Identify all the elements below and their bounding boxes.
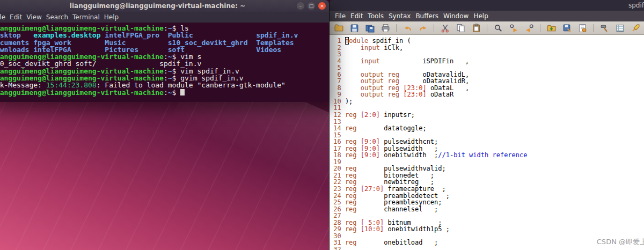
terminal-line: liangguimeng@liangguimeng-virtual-machin…: [0, 25, 329, 32]
make-icon[interactable]: [599, 23, 609, 33]
terminal-menu-terminal[interactable]: Terminal: [72, 13, 100, 21]
line-number: 12: [330, 112, 345, 119]
code-line[interactable]: 14reg datatoggle;: [330, 125, 644, 132]
gvim-menu-file[interactable]: File: [335, 12, 346, 20]
cut-icon[interactable]: [440, 23, 450, 33]
gvim-window: spdif FileEditToolsSyntaxBuffersWindowHe…: [329, 0, 644, 250]
undo-icon[interactable]: [402, 23, 412, 33]
toolbar-separator: [434, 24, 434, 32]
line-number: 5: [330, 64, 345, 71]
save-icon[interactable]: [349, 23, 359, 33]
terminal-menu-edit[interactable]: Edit: [10, 13, 22, 21]
print-icon[interactable]: [380, 23, 390, 33]
redo-icon[interactable]: [418, 23, 428, 33]
terminal-menu-help[interactable]: Help: [104, 13, 119, 21]
terminal-line: Downloads intelFPGA Pictures soft Videos: [0, 46, 329, 53]
toolbar-separator: [396, 24, 397, 32]
run-ctags-icon[interactable]: [615, 23, 625, 33]
line-number: 32: [330, 246, 345, 250]
terminal-menu-view[interactable]: View: [26, 13, 41, 21]
copy-icon[interactable]: [456, 23, 465, 33]
find-replace-icon[interactable]: [493, 23, 503, 33]
gvim-menu-help[interactable]: Help: [473, 12, 488, 20]
gvim-menu-syntax[interactable]: Syntax: [389, 12, 411, 20]
save-session-icon[interactable]: [562, 23, 572, 33]
terminal-titlebar[interactable]: liangguimeng@liangguimeng-virtual-machin…: [0, 0, 329, 12]
toolbar-separator: [593, 24, 594, 32]
terminal-menu-file[interactable]: File: [0, 13, 5, 21]
code-line[interactable]: 9 output reg [23:0] oDataR: [330, 91, 644, 98]
load-session-icon[interactable]: [546, 23, 556, 33]
terminal-line: liangguimeng@liangguimeng-virtual-machin…: [0, 53, 329, 60]
line-number: 25: [330, 199, 345, 206]
code-line[interactable]: 18reg [9:0] onebitwidth ;//1-bit width r…: [330, 152, 644, 159]
code-line[interactable]: 10);: [330, 98, 644, 105]
code-line[interactable]: 26reg channelsel ;: [330, 206, 644, 213]
gvim-menu-buffers[interactable]: Buffers: [415, 12, 438, 20]
gvim-toolbar: [330, 21, 644, 35]
code-line[interactable]: 12reg [2:0] inputsr;: [330, 112, 644, 119]
tag-jump-icon[interactable]: [631, 23, 640, 33]
paste-icon[interactable]: [471, 23, 481, 33]
code-line[interactable]: 32: [330, 246, 644, 250]
gvim-menu-window[interactable]: Window: [443, 12, 469, 20]
close-button[interactable]: ×: [318, 2, 326, 10]
terminal-line: Documents fpga_work Music s10_soc_devikt…: [0, 39, 329, 46]
gvim-menubar: FileEditToolsSyntaxBuffersWindowHelp: [330, 11, 644, 21]
line-number: 29: [330, 226, 345, 233]
terminal-line: liangguimeng@liangguimeng-virtual-machin…: [0, 75, 329, 82]
maximize-button[interactable]: □: [308, 2, 315, 10]
terminal-menubar: FileEditViewSearchTerminalHelp: [0, 12, 329, 23]
terminal-line: Gtk-Message: 15:44:23.808: Failed to loa…: [0, 82, 329, 89]
line-number: 3: [330, 51, 345, 58]
terminal-line: liangguimeng@liangguimeng-virtual-machin…: [0, 68, 329, 75]
gvim-menu-edit[interactable]: Edit: [350, 12, 363, 20]
open-icon[interactable]: [334, 23, 343, 33]
find-next-icon[interactable]: [509, 23, 518, 33]
line-number: 1: [330, 38, 345, 45]
code-line[interactable]: 4 input iSPDIFin ,: [330, 58, 644, 65]
terminal-menu-search[interactable]: Search: [46, 13, 68, 21]
terminal-line: s10_soc_devikt_ghrd soft/ spdif_in.v: [0, 60, 329, 67]
toolbar-separator: [487, 24, 487, 32]
terminal-title: liangguimeng@liangguimeng-virtual-machin…: [70, 2, 245, 10]
gvim-menu-tools[interactable]: Tools: [368, 12, 384, 20]
minimize-button[interactable]: –: [297, 2, 304, 10]
terminal-content[interactable]: liangguimeng@liangguimeng-virtual-machin…: [0, 23, 329, 102]
terminal-line: Desktop examples.desktop intelFPGA_pro P…: [0, 32, 329, 39]
line-number: 18: [330, 152, 345, 159]
line-number: 16: [330, 138, 345, 145]
save-all-icon[interactable]: [365, 23, 375, 33]
code-editor[interactable]: 1module spdif_in (2 input iClk,34 input …: [330, 35, 644, 250]
line-number: 14: [330, 125, 345, 132]
line-number: 23: [330, 186, 345, 193]
terminal-line: liangguimeng@liangguimeng-virtual-machin…: [0, 89, 329, 96]
csdn-watermark: CSDN @即爱上羊: [597, 237, 644, 247]
line-number: 7: [330, 78, 345, 85]
code-line[interactable]: 29reg [10:0] onebitwidth1p5 ;: [330, 226, 644, 233]
code-line[interactable]: 2 input iClk,: [330, 45, 644, 52]
run-script-icon[interactable]: [577, 23, 587, 33]
terminal-cursor: [180, 89, 185, 95]
find-prev-icon[interactable]: [524, 23, 534, 33]
line-number: 27: [330, 212, 345, 219]
gvim-titlebar[interactable]: spdif: [330, 0, 644, 11]
toolbar-separator: [540, 24, 540, 32]
gvim-title: spdif: [628, 0, 644, 11]
terminal-window: liangguimeng@liangguimeng-virtual-machin…: [0, 0, 329, 102]
terminal-window-buttons: – □ ×: [297, 2, 326, 10]
